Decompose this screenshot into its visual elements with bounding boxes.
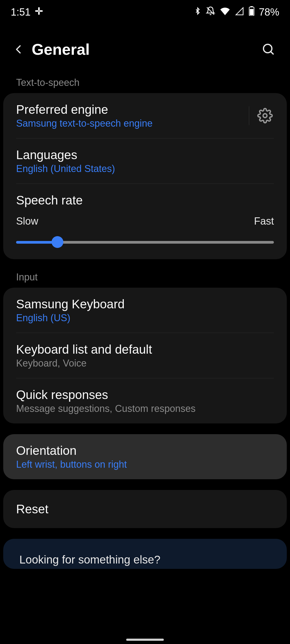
row-samsung-keyboard[interactable]: Samsung Keyboard English (US) — [3, 288, 287, 333]
row-speech-rate: Speech rate — [3, 184, 287, 207]
divider-vertical — [249, 106, 249, 125]
nav-handle[interactable] — [126, 639, 164, 641]
card-reset: Reset — [3, 490, 287, 528]
card-tts: Preferred engine Samsung text-to-speech … — [3, 93, 287, 259]
languages-value: English (United States) — [16, 163, 274, 174]
reset-title: Reset — [16, 502, 274, 516]
section-header-tts: Text-to-speech — [0, 74, 290, 93]
samsung-keyboard-value: English (US) — [16, 312, 274, 324]
svg-line-9 — [271, 52, 273, 54]
preferred-engine-title: Preferred engine — [16, 102, 241, 117]
page-header: General — [0, 24, 290, 74]
battery-percent: 78% — [259, 6, 279, 18]
slider-thumb[interactable] — [52, 236, 63, 248]
status-time: 1:51 — [11, 6, 31, 18]
card-info: Looking for something else? — [3, 539, 287, 569]
wifi-icon — [220, 6, 230, 18]
quick-responses-value: Message suggestions, Custom responses — [16, 403, 274, 414]
svg-rect-1 — [38, 11, 40, 15]
card-input: Samsung Keyboard English (US) Keyboard l… — [3, 288, 287, 423]
speech-rate-slider[interactable] — [16, 237, 274, 247]
slack-icon — [34, 6, 44, 18]
card-orientation: Orientation Left wrist, buttons on right — [3, 434, 287, 479]
row-orientation[interactable]: Orientation Left wrist, buttons on right — [3, 434, 287, 479]
speech-rate-labels: Slow Fast — [3, 207, 287, 227]
row-reset[interactable]: Reset — [3, 490, 287, 528]
keyboard-list-value: Keyboard, Voice — [16, 358, 274, 369]
svg-rect-7 — [250, 9, 253, 15]
status-left: 1:51 — [11, 6, 44, 18]
signal-icon — [235, 6, 244, 18]
dnd-icon — [206, 6, 215, 18]
svg-rect-2 — [35, 10, 39, 12]
status-right: 78% — [194, 6, 279, 18]
row-quick-responses[interactable]: Quick responses Message suggestions, Cus… — [3, 378, 287, 423]
languages-title: Languages — [16, 148, 274, 162]
row-languages[interactable]: Languages English (United States) — [3, 138, 287, 184]
slider-track-fill — [16, 241, 57, 244]
svg-rect-0 — [38, 7, 40, 10]
bluetooth-icon — [194, 6, 201, 18]
samsung-keyboard-title: Samsung Keyboard — [16, 297, 274, 311]
orientation-title: Orientation — [16, 443, 274, 458]
row-keyboard-list[interactable]: Keyboard list and default Keyboard, Voic… — [3, 333, 287, 378]
row-preferred-engine[interactable]: Preferred engine Samsung text-to-speech … — [3, 93, 287, 138]
orientation-value: Left wrist, buttons on right — [16, 459, 274, 470]
quick-responses-title: Quick responses — [16, 387, 274, 402]
keyboard-list-title: Keyboard list and default — [16, 342, 274, 357]
search-button[interactable] — [260, 43, 277, 56]
back-button[interactable] — [11, 43, 27, 56]
speech-rate-title: Speech rate — [16, 193, 274, 207]
svg-rect-3 — [39, 10, 43, 12]
page-title: General — [32, 40, 260, 58]
svg-point-10 — [263, 114, 267, 118]
battery-icon — [249, 6, 255, 18]
slow-label: Slow — [16, 215, 38, 227]
fast-label: Fast — [254, 215, 274, 227]
preferred-engine-settings-button[interactable] — [257, 108, 274, 123]
status-bar: 1:51 78% — [0, 0, 290, 24]
preferred-engine-value: Samsung text-to-speech engine — [16, 118, 241, 129]
section-header-input: Input — [0, 269, 290, 288]
svg-point-8 — [263, 44, 272, 53]
info-prompt: Looking for something else? — [3, 539, 287, 569]
